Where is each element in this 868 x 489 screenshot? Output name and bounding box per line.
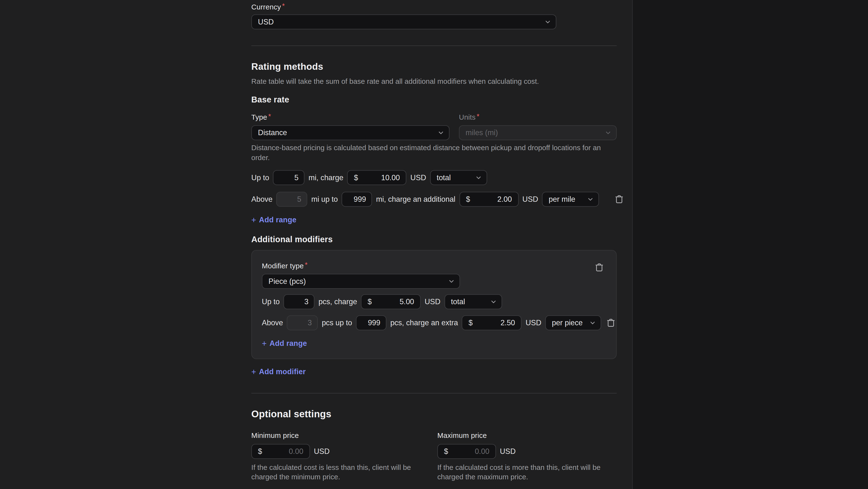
modifier-range1-amount-field: $ [361, 294, 421, 309]
plus-icon: + [262, 338, 267, 348]
type-select[interactable]: Distance [251, 125, 450, 140]
modifier-card: Modifier type* Piece (pcs) Up to pcs, ch… [251, 250, 617, 359]
currency-select[interactable]: USD [251, 14, 556, 29]
base-range-row-2: Above mi up to mi, charge an additional … [251, 192, 624, 207]
currency-label-text: Currency [251, 3, 281, 11]
delete-range-button[interactable] [606, 318, 615, 327]
modifier-range2-from-input [287, 315, 318, 330]
add-modifier-label: Add modifier [259, 367, 306, 376]
base-range2-from-input [276, 192, 307, 207]
units-select-value: miles (mi) [465, 128, 498, 137]
minimum-price-label: Minimum price [251, 431, 434, 439]
units-label: Units* [459, 113, 479, 121]
maximum-price-input-field: $ [437, 444, 496, 459]
above-text: Above [251, 195, 273, 203]
delete-modifier-button[interactable] [595, 263, 604, 272]
section-divider [251, 393, 617, 393]
modifier-type-select[interactable]: Piece (pcs) [262, 274, 460, 289]
dollar-sign: $ [444, 447, 448, 456]
dollar-sign: $ [466, 195, 470, 203]
currency-label: Currency* [251, 3, 285, 11]
trash-icon [606, 318, 615, 327]
unit-charge-text: mi, charge [308, 173, 343, 182]
chevron-down-icon [590, 320, 596, 326]
chevron-down-icon [475, 175, 482, 181]
required-asterisk: * [268, 113, 271, 120]
rating-methods-subtitle: Rate table will take the sum of base rat… [251, 77, 617, 86]
base-range1-amount-input[interactable] [361, 173, 400, 182]
usd-suffix: USD [410, 173, 426, 182]
modifier-type-select-value: Piece (pcs) [269, 277, 306, 285]
dollar-sign: $ [258, 447, 262, 456]
dollar-sign: $ [354, 173, 358, 182]
required-asterisk: * [282, 2, 285, 10]
modifier-range-row-1: Up to pcs, charge $ USD total [262, 294, 502, 309]
delete-range-button[interactable] [615, 195, 624, 204]
base-range2-amount-input[interactable] [473, 195, 512, 203]
charge-extra-text: pcs, charge an extra [390, 319, 458, 327]
modifier-range1-amount-input[interactable] [375, 298, 414, 306]
add-range-button[interactable]: + Add range [251, 215, 297, 225]
minimum-price-input[interactable] [265, 447, 303, 456]
rate-table-form-page: Currency* USD Rating methods Rate table … [0, 0, 868, 489]
type-select-value: Distance [258, 128, 287, 137]
up-to-text: pcs up to [322, 319, 352, 327]
modifier-range2-mode-select[interactable]: per piece [545, 315, 601, 330]
chevron-down-icon [605, 130, 611, 136]
maximum-price-description: If the calculated cost is more than this… [437, 463, 616, 482]
modifier-range-row-2: Above pcs up to pcs, charge an extra $ U… [262, 315, 615, 330]
base-range1-mode-select[interactable]: total [430, 170, 487, 185]
add-range-button[interactable]: + Add range [262, 339, 307, 348]
modifier-type-label-text: Modifier type [262, 262, 304, 270]
unit-charge-text: pcs, charge [318, 298, 357, 306]
modifier-range1-threshold-input[interactable] [283, 294, 314, 309]
plus-icon: + [251, 367, 256, 376]
chevron-down-icon [448, 278, 454, 284]
modifier-range2-amount-field: $ [462, 315, 522, 330]
add-range-label: Add range [270, 339, 307, 347]
optional-settings-title: Optional settings [251, 408, 332, 420]
units-select: miles (mi) [459, 125, 617, 140]
base-rate-title: Base rate [251, 95, 289, 104]
add-modifier-button[interactable]: + Add modifier [251, 367, 306, 376]
mode-select-value: total [437, 173, 451, 182]
base-range1-amount-field: $ [347, 170, 406, 185]
additional-modifiers-title: Additional modifiers [251, 234, 333, 244]
up-to-text: Up to [251, 173, 269, 182]
base-range1-threshold-input[interactable] [273, 170, 305, 185]
maximum-price-label: Maximum price [437, 431, 620, 439]
usd-suffix: USD [425, 298, 440, 306]
base-range2-to-input[interactable] [342, 192, 372, 207]
usd-suffix: USD [314, 447, 330, 456]
trash-icon [615, 195, 624, 204]
trash-icon [595, 263, 604, 272]
modifier-range2-amount-input[interactable] [476, 319, 515, 327]
chevron-down-icon [545, 19, 551, 25]
minimum-price-input-field: $ [251, 444, 310, 459]
minimum-price-field: Minimum price $ USD If the calculated co… [251, 431, 434, 482]
form-content: Currency* USD Rating methods Rate table … [251, 0, 617, 489]
base-range-row-1: Up to mi, charge $ USD total [251, 170, 487, 185]
form-panel: Currency* USD Rating methods Rate table … [0, 0, 632, 489]
maximum-price-row: $ USD [437, 444, 620, 459]
base-rate-description: Distance-based pricing is calculated bas… [251, 143, 617, 162]
dollar-sign: $ [368, 298, 372, 306]
units-label-text: Units [459, 113, 475, 121]
modifier-range1-mode-select[interactable]: total [444, 294, 502, 309]
base-range2-mode-select[interactable]: per mile [542, 192, 599, 207]
section-divider [251, 46, 617, 46]
chevron-down-icon [438, 130, 444, 136]
dollar-sign: $ [469, 319, 473, 327]
usd-suffix: USD [522, 195, 538, 203]
minimum-price-row: $ USD [251, 444, 434, 459]
plus-icon: + [251, 215, 256, 224]
modifier-range2-to-input[interactable] [356, 315, 386, 330]
chevron-down-icon [587, 196, 593, 202]
required-asterisk: * [476, 113, 479, 120]
maximum-price-input[interactable] [451, 447, 489, 456]
usd-suffix: USD [525, 319, 541, 327]
above-text: Above [262, 319, 283, 327]
mode-select-value: per mile [549, 195, 575, 203]
mode-select-value: total [451, 298, 465, 306]
mode-select-value: per piece [552, 319, 583, 327]
